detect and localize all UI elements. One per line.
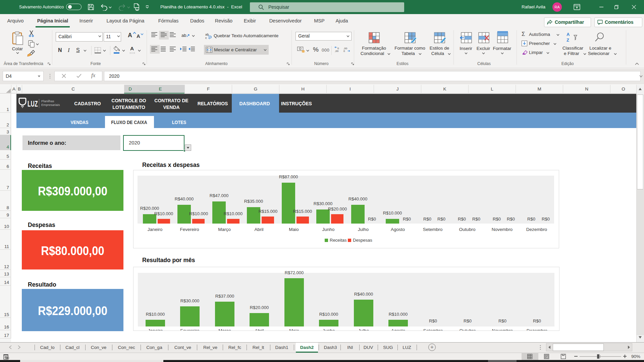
svg-text:Z: Z — [567, 38, 569, 43]
svg-text:,00: ,00 — [335, 50, 339, 52]
svg-text:ab: ab — [181, 33, 186, 38]
svg-text:A: A — [567, 32, 570, 37]
svg-text:0: 0 — [343, 50, 345, 52]
svg-text:c: c — [205, 36, 207, 39]
